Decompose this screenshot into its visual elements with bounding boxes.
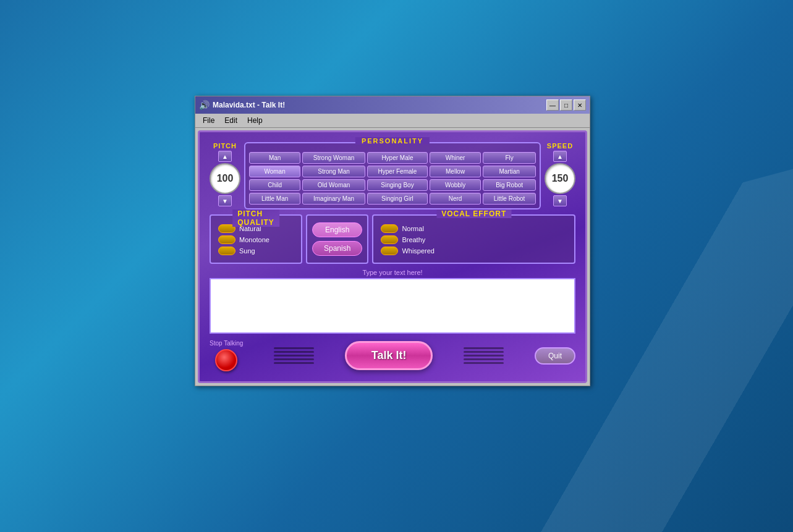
grille-line-9 bbox=[464, 358, 504, 360]
speed-label: SPEED bbox=[547, 142, 573, 150]
grille-line-7 bbox=[464, 351, 504, 353]
right-grille bbox=[460, 342, 507, 369]
vocal-effort-label: VOCAL EFFORT bbox=[436, 209, 511, 218]
grille-line-4 bbox=[274, 358, 314, 360]
lower-controls: PITCH QUALITY Natural Monotone Sung bbox=[210, 214, 575, 264]
language-english-button[interactable]: English bbox=[312, 222, 362, 237]
pitch-value: 100 bbox=[210, 163, 240, 194]
pitch-quality-options: Natural Monotone Sung bbox=[218, 224, 294, 255]
stop-section: Stop Talking bbox=[210, 340, 243, 371]
app-body: PITCH ▲ 100 ▼ PERSONALITY Man Strong Wom… bbox=[198, 130, 587, 383]
title-bar-buttons: — □ ✕ bbox=[546, 99, 586, 111]
grille-line-5 bbox=[274, 362, 314, 364]
application-window: 🔊 Malavida.txt - Talk It! — □ ✕ File Edi… bbox=[195, 96, 590, 386]
speed-up-button[interactable]: ▲ bbox=[553, 151, 567, 162]
vocal-whispered-row: Whispered bbox=[381, 247, 567, 255]
text-hint: Type your text here! bbox=[210, 269, 575, 276]
grille-line-10 bbox=[464, 362, 504, 364]
pitch-sung-row: Sung bbox=[218, 247, 294, 255]
pitch-up-button[interactable]: ▲ bbox=[218, 151, 232, 162]
personality-label: PERSONALITY bbox=[355, 137, 430, 145]
vocal-breathy-label: Breathy bbox=[402, 236, 425, 243]
pitch-quality-section: PITCH QUALITY Natural Monotone Sung bbox=[210, 214, 302, 264]
language-spanish-button[interactable]: Spanish bbox=[312, 241, 362, 256]
pitch-label: PITCH bbox=[213, 142, 237, 150]
text-input[interactable] bbox=[210, 278, 575, 334]
pitch-monotone-label: Monotone bbox=[239, 236, 269, 243]
menu-file[interactable]: File bbox=[198, 115, 219, 126]
title-bar: 🔊 Malavida.txt - Talk It! — □ ✕ bbox=[195, 96, 590, 114]
window-title: Malavida.txt - Talk It! bbox=[213, 101, 285, 109]
menu-edit[interactable]: Edit bbox=[219, 115, 242, 126]
pitch-control: PITCH ▲ 100 ▼ bbox=[210, 142, 240, 209]
personality-singing-girl[interactable]: Singing Girl bbox=[367, 193, 428, 205]
personality-child[interactable]: Child bbox=[249, 179, 300, 191]
vocal-breathy-radio[interactable] bbox=[381, 235, 398, 244]
vocal-normal-label: Normal bbox=[402, 225, 423, 232]
pitch-monotone-radio[interactable] bbox=[218, 235, 235, 244]
personality-mellow[interactable]: Mellow bbox=[430, 166, 481, 177]
personality-hyper-male[interactable]: Hyper Male bbox=[367, 152, 428, 164]
talk-button[interactable]: Talk It! bbox=[345, 341, 433, 370]
personality-nerd[interactable]: Nerd bbox=[430, 193, 481, 205]
title-bar-left: 🔊 Malavida.txt - Talk It! bbox=[199, 100, 285, 110]
pitch-down-button[interactable]: ▼ bbox=[218, 195, 232, 206]
personality-woman[interactable]: Woman bbox=[249, 166, 300, 177]
quit-button[interactable]: Quit bbox=[535, 347, 575, 365]
personality-man[interactable]: Man bbox=[249, 152, 300, 164]
pitch-sung-radio[interactable] bbox=[218, 247, 235, 255]
pitch-monotone-row: Monotone bbox=[218, 235, 294, 244]
vocal-breathy-row: Breathy bbox=[381, 235, 567, 244]
bottom-controls: Stop Talking Talk It! Quit bbox=[210, 340, 575, 371]
pitch-quality-label: PITCH QUALITY bbox=[232, 209, 279, 227]
grille-line-1 bbox=[274, 347, 314, 349]
vocal-whispered-label: Whispered bbox=[402, 247, 435, 255]
grille-line-2 bbox=[274, 351, 314, 353]
text-area-section: Type your text here! bbox=[210, 269, 575, 336]
minimize-button[interactable]: — bbox=[546, 99, 559, 111]
personality-fly[interactable]: Fly bbox=[483, 152, 536, 164]
left-grille bbox=[270, 342, 318, 369]
personality-imaginary-man[interactable]: Imaginary Man bbox=[302, 193, 365, 205]
grille-line-6 bbox=[464, 347, 504, 349]
vocal-normal-row: Normal bbox=[381, 224, 567, 233]
vocal-whispered-radio[interactable] bbox=[381, 247, 398, 255]
vocal-effort-section: VOCAL EFFORT Normal Breathy Whispered bbox=[372, 214, 575, 264]
close-button[interactable]: ✕ bbox=[574, 99, 586, 111]
grille-line-3 bbox=[274, 355, 314, 357]
maximize-button[interactable]: □ bbox=[560, 99, 572, 111]
menu-help[interactable]: Help bbox=[242, 115, 268, 126]
personality-old-woman[interactable]: Old Woman bbox=[302, 179, 365, 191]
personality-wobbly[interactable]: Wobbly bbox=[430, 179, 481, 191]
personality-hyper-female[interactable]: Hyper Female bbox=[367, 166, 428, 177]
menu-bar: File Edit Help bbox=[195, 114, 590, 128]
language-section: English Spanish bbox=[306, 214, 368, 264]
grille-line-8 bbox=[464, 355, 504, 357]
pitch-sung-label: Sung bbox=[239, 247, 255, 255]
top-controls: PITCH ▲ 100 ▼ PERSONALITY Man Strong Wom… bbox=[210, 142, 575, 209]
personality-big-robot[interactable]: Big Robot bbox=[483, 179, 536, 191]
vocal-effort-options: Normal Breathy Whispered bbox=[381, 224, 567, 255]
speed-control: SPEED ▲ 150 ▼ bbox=[545, 142, 575, 209]
personality-singing-boy[interactable]: Singing Boy bbox=[367, 179, 428, 191]
personality-martian[interactable]: Martian bbox=[483, 166, 536, 177]
stop-button[interactable] bbox=[215, 349, 237, 371]
speed-down-button[interactable]: ▼ bbox=[553, 195, 567, 206]
personality-strong-man[interactable]: Strong Man bbox=[302, 166, 365, 177]
personality-grid: Man Strong Woman Hyper Male Whiner Fly W… bbox=[249, 152, 536, 205]
personality-section: PERSONALITY Man Strong Woman Hyper Male … bbox=[244, 142, 541, 209]
vocal-normal-radio[interactable] bbox=[381, 224, 398, 233]
speed-value: 150 bbox=[545, 163, 575, 194]
personality-little-robot[interactable]: Little Robot bbox=[483, 193, 536, 205]
personality-strong-woman[interactable]: Strong Woman bbox=[302, 152, 365, 164]
stop-label: Stop Talking bbox=[210, 340, 243, 347]
personality-little-man[interactable]: Little Man bbox=[249, 193, 300, 205]
app-icon: 🔊 bbox=[199, 100, 209, 110]
personality-whiner[interactable]: Whiner bbox=[430, 152, 481, 164]
